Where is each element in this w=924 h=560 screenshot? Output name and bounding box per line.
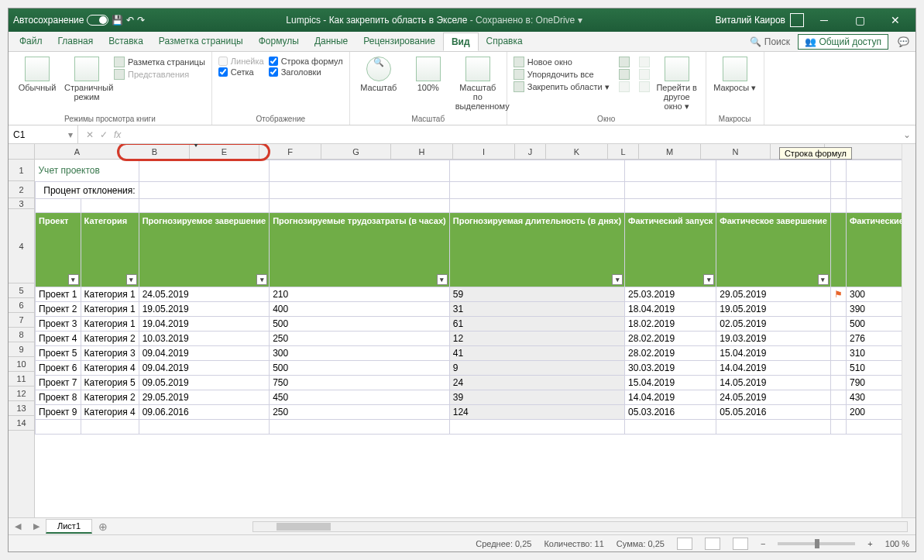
table-cell[interactable]: 19.05.2019 [139, 302, 269, 317]
row-header[interactable]: 9 [9, 342, 34, 357]
table-cell[interactable]: 09.05.2019 [139, 376, 269, 390]
deviation-label[interactable]: Процент отклонения: [36, 182, 139, 199]
sheet-title[interactable]: Учет проектов [36, 160, 139, 182]
cell[interactable] [716, 420, 831, 435]
table-cell[interactable]: Категория 2 [81, 390, 139, 405]
table-cell[interactable] [830, 405, 846, 420]
row-header[interactable]: 1 [9, 160, 34, 181]
col-header-J[interactable]: J [515, 144, 546, 159]
cell[interactable] [139, 420, 269, 435]
table-cell[interactable]: 200 [846, 405, 902, 420]
page-break-view-button[interactable]: Страничный режим [64, 55, 109, 101]
name-box[interactable]: C1▾ [9, 125, 78, 143]
reset-pos-icon[interactable] [639, 81, 650, 92]
table-cell[interactable]: 300 [846, 287, 902, 302]
table-cell[interactable]: 450 [270, 390, 450, 405]
cell[interactable] [270, 199, 450, 213]
row-header[interactable]: 6 [9, 298, 34, 313]
table-cell[interactable]: 24.05.2019 [716, 390, 831, 405]
table-cell[interactable]: 14.04.2019 [625, 390, 716, 405]
table-header[interactable] [830, 213, 846, 287]
cell[interactable] [270, 420, 450, 435]
cell[interactable] [625, 420, 716, 435]
row-headers[interactable]: 1234567891011121314 [9, 160, 35, 517]
cells-grid[interactable]: Учет проектовПроцент отклонения:Проект▾К… [35, 160, 902, 517]
table-cell[interactable]: Проект 4 [36, 332, 81, 346]
table-cell[interactable]: Категория 5 [81, 376, 139, 390]
worksheet-area[interactable]: ABEFGHIJKLMNO 1234567891011121314 Учет п… [9, 144, 915, 517]
vertical-scrollbar[interactable] [902, 144, 915, 517]
table-cell[interactable]: Категория 2 [81, 332, 139, 346]
cell[interactable] [449, 199, 624, 213]
table-cell[interactable]: Категория 1 [81, 317, 139, 332]
table-cell[interactable]: 750 [270, 376, 450, 390]
hide-icon[interactable] [619, 69, 630, 80]
zoom-button[interactable]: 🔍Масштаб [356, 55, 401, 92]
table-cell[interactable]: 10.03.2019 [139, 332, 269, 346]
table-cell[interactable]: 24 [449, 376, 624, 390]
cell[interactable] [846, 420, 902, 435]
macros-button[interactable]: Макросы ▾ [713, 55, 757, 93]
table-cell[interactable]: 790 [846, 376, 902, 390]
table-cell[interactable]: 41 [449, 346, 624, 361]
row-header[interactable]: 5 [9, 283, 34, 298]
cell[interactable] [36, 420, 81, 435]
zoom-slider[interactable] [778, 542, 855, 545]
table-cell[interactable]: 276 [846, 332, 902, 346]
filter-dropdown-icon[interactable]: ▾ [256, 274, 267, 285]
table-cell[interactable]: 19.04.2019 [139, 317, 269, 332]
table-cell[interactable]: 59 [449, 287, 624, 302]
table-cell[interactable]: 29.05.2019 [716, 287, 831, 302]
minimize-button[interactable]: ─ [809, 9, 840, 31]
qat-redo-icon[interactable]: ↷ [137, 15, 145, 26]
table-header[interactable]: Прогнозируемая длительность (в днях)▾ [449, 213, 624, 287]
cell[interactable] [830, 199, 846, 213]
ribbon-tab-формулы[interactable]: Формулы [251, 33, 307, 51]
cell[interactable] [139, 160, 269, 182]
zoom-in-button[interactable]: + [867, 539, 872, 548]
cell[interactable] [139, 199, 269, 213]
table-cell[interactable] [830, 317, 846, 332]
qat-undo-icon[interactable]: ↶ [126, 15, 134, 26]
enter-icon[interactable]: ✓ [100, 129, 108, 140]
autosave-toggle[interactable] [87, 15, 108, 26]
table-header[interactable]: Фактический запуск▾ [625, 213, 716, 287]
cell[interactable] [830, 160, 846, 182]
table-cell[interactable]: Проект 1 [36, 287, 81, 302]
filter-dropdown-icon[interactable]: ▾ [703, 274, 714, 285]
ribbon-tab-вставка[interactable]: Вставка [101, 33, 151, 51]
table-cell[interactable]: 09.04.2019 [139, 346, 269, 361]
maximize-button[interactable]: ▢ [844, 9, 875, 31]
table-cell[interactable]: 510 [846, 361, 902, 376]
table-cell[interactable]: 310 [846, 346, 902, 361]
sync-scroll-icon[interactable] [639, 57, 650, 67]
arrange-all-button[interactable]: Упорядочить все [514, 69, 610, 80]
cancel-icon[interactable]: ✕ [86, 129, 94, 140]
sheet-tab[interactable]: Лист1 [46, 519, 92, 534]
table-cell[interactable]: 430 [846, 390, 902, 405]
unhide-icon[interactable] [619, 81, 630, 92]
col-header-K[interactable]: K [546, 144, 608, 159]
table-cell[interactable] [830, 361, 846, 376]
cell[interactable] [716, 182, 831, 199]
table-cell[interactable]: Проект 9 [36, 405, 81, 420]
col-header-I[interactable]: I [453, 144, 515, 159]
view-break-icon[interactable] [733, 538, 748, 550]
table-cell[interactable]: Проект 3 [36, 317, 81, 332]
cell[interactable] [625, 199, 716, 213]
ribbon-tab-рецензирование[interactable]: Рецензирование [356, 33, 443, 51]
table-cell[interactable]: Проект 5 [36, 346, 81, 361]
filter-dropdown-icon[interactable]: ▾ [437, 274, 448, 285]
cell[interactable] [846, 182, 902, 199]
cell[interactable] [81, 420, 139, 435]
table-cell[interactable]: 39 [449, 390, 624, 405]
headings-checkbox[interactable]: Заголовки [269, 67, 343, 77]
table-header[interactable]: Категория▾ [81, 213, 139, 287]
horizontal-scrollbar[interactable] [252, 521, 908, 532]
cell[interactable] [36, 199, 81, 213]
sheet-nav-next[interactable]: ▶ [27, 521, 46, 531]
table-cell[interactable]: 14.05.2019 [716, 376, 831, 390]
table-cell[interactable]: 28.02.2019 [625, 346, 716, 361]
table-cell[interactable] [830, 302, 846, 317]
add-sheet-button[interactable]: ⊕ [92, 520, 114, 533]
